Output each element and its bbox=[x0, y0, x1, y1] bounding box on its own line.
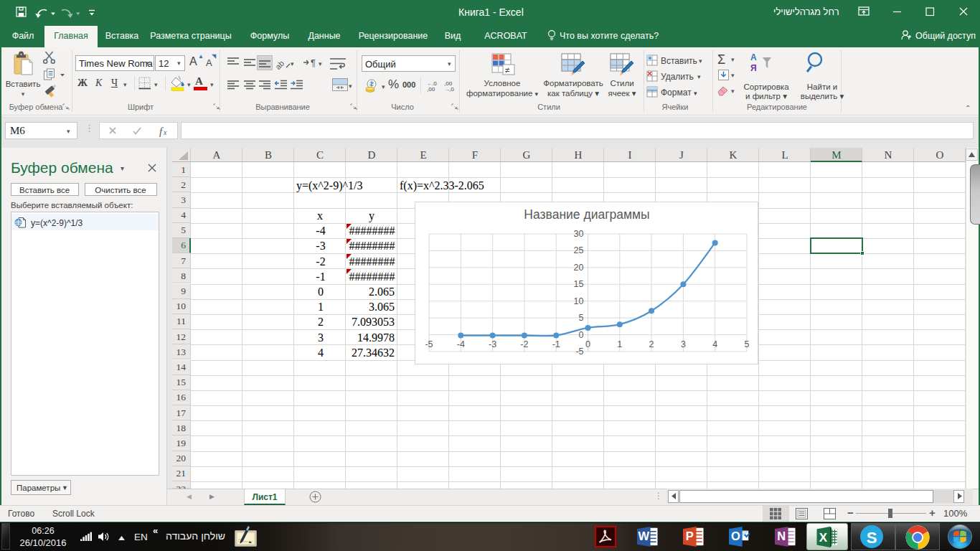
svg-text:≠: ≠ bbox=[505, 65, 510, 75]
svg-text:-5: -5 bbox=[575, 347, 583, 357]
svg-text:-4: -4 bbox=[457, 339, 465, 349]
svg-text:X: X bbox=[819, 531, 828, 545]
svg-text:0: 0 bbox=[585, 339, 590, 349]
svg-text:2: 2 bbox=[649, 339, 654, 349]
svg-text:30: 30 bbox=[574, 229, 584, 239]
svg-text:,00: ,00 bbox=[427, 86, 435, 93]
svg-text:0: 0 bbox=[579, 330, 584, 340]
svg-text:-3: -3 bbox=[489, 339, 496, 349]
svg-text:4: 4 bbox=[712, 339, 717, 349]
svg-text:3: 3 bbox=[681, 339, 686, 349]
svg-text:-2: -2 bbox=[520, 339, 528, 349]
svg-text:ab: ab bbox=[273, 59, 286, 71]
svg-text:1: 1 bbox=[617, 339, 622, 349]
svg-text:15: 15 bbox=[574, 279, 584, 289]
svg-text:Я: Я bbox=[750, 63, 757, 73]
svg-text:А: А bbox=[750, 52, 757, 62]
svg-text:-1: -1 bbox=[552, 339, 560, 349]
svg-text:N: N bbox=[777, 529, 786, 542]
svg-text:,0: ,0 bbox=[449, 86, 454, 93]
svg-text:25: 25 bbox=[574, 245, 584, 255]
svg-text:5: 5 bbox=[579, 313, 584, 323]
svg-text:10: 10 bbox=[574, 296, 584, 306]
svg-text:O: O bbox=[731, 529, 740, 542]
svg-text:-5: -5 bbox=[425, 339, 433, 349]
svg-text:W: W bbox=[639, 529, 650, 542]
svg-text:5: 5 bbox=[745, 339, 750, 349]
svg-text:S: S bbox=[867, 529, 877, 547]
svg-text:P: P bbox=[686, 529, 694, 542]
svg-text:¶: ¶ bbox=[311, 57, 316, 68]
svg-text:20: 20 bbox=[574, 263, 584, 273]
svg-text:x: x bbox=[163, 128, 167, 136]
